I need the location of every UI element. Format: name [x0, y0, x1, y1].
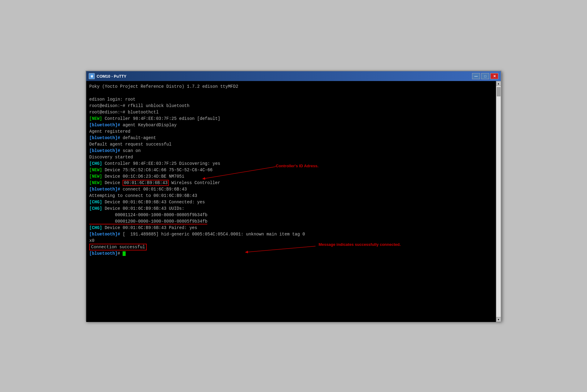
terminal-lines: Poky (Yocto Project Reference Distro) 1.… [89, 83, 493, 257]
terminal-line: [NEW] Controller 98:4F:EE:03:7F:25 ediso… [89, 116, 493, 122]
terminal-line: Discovery started [89, 154, 493, 161]
terminal-line: root@edison:~# bluetoothctl [89, 109, 493, 116]
terminal-line: [CHG] Device 00:01:6C:B9:6B:43 UUIDs: [89, 205, 493, 212]
terminal-line: [CHG] Controller 98:4F:EE:03:7F:25 Disco… [89, 161, 493, 167]
title-bar: 🖥 COM10 - PuTTY — □ ✕ [86, 71, 501, 81]
scroll-down-button[interactable]: ▼ [496, 317, 501, 322]
terminal-line: [bluetooth]# [89, 250, 493, 257]
terminal-line: [CHG] Device 00:01:6C:B9:6B:43 Connected… [89, 199, 493, 205]
terminal-line: Poky (Yocto Project Reference Distro) 1.… [89, 83, 493, 90]
app-icon: 🖥 [89, 73, 95, 79]
terminal-line: Attempting to connect to 00:01:6C:B9:6B:… [89, 193, 493, 199]
scroll-track[interactable] [497, 86, 501, 317]
terminal-line: [bluetooth]# connect 00:01:6C:B9:6B:43 [89, 186, 493, 193]
scrollbar[interactable]: ▲ ▼ [496, 81, 501, 322]
maximize-button[interactable]: □ [481, 73, 489, 79]
terminal-line: x0 [89, 238, 493, 244]
terminal-line: [CHG] Device 00:01:6C:B9:6B:43 Paired: y… [89, 225, 493, 231]
terminal-line: [bluetooth]# [ 191.489885] hid-generic 0… [89, 231, 493, 238]
terminal-line: [NEW] Device 75:5C:52:C6:4C:66 75-5C-52-… [89, 167, 493, 173]
terminal-line: [bluetooth]# scan on [89, 148, 493, 154]
terminal-line: [bluetooth]# default-agent [89, 135, 493, 141]
scroll-thumb[interactable] [497, 87, 500, 96]
window-title: COM10 - PuTTY [97, 74, 472, 79]
terminal-line: [NEW] Device 00:1C:D6:23:4D:BE NM705i [89, 173, 493, 180]
terminal-line: Default agent request successful [89, 141, 493, 148]
terminal-line: 00001124-0000-1000-8000-00805f9b34fb [89, 212, 493, 218]
putty-window: 🖥 COM10 - PuTTY — □ ✕ Controller's ID Ad… [86, 71, 501, 321]
window-controls: — □ ✕ [472, 73, 498, 79]
terminal-line: root@edison:~# rfkill unblock bluetooth [89, 103, 493, 109]
terminal[interactable]: Controller's ID Adress. [86, 81, 496, 322]
terminal-line [89, 90, 493, 96]
scroll-up-button[interactable]: ▲ [496, 81, 501, 86]
close-button[interactable]: ✕ [490, 73, 498, 79]
minimize-button[interactable]: — [472, 73, 480, 79]
terminal-line: [bluetooth]# agent KeyboardDisplay [89, 122, 493, 128]
terminal-line: Connection successful [89, 244, 493, 250]
terminal-line: 00001200-0000-1000-8000-00805f9b34fb [89, 218, 493, 225]
terminal-line: [NEW] Device 00:01:6C:B9:6B:43 Wireless … [89, 180, 493, 186]
terminal-area: Controller's ID Adress. [86, 81, 501, 322]
terminal-line: edison login: root [89, 96, 493, 103]
terminal-line: Agent registered [89, 128, 493, 135]
